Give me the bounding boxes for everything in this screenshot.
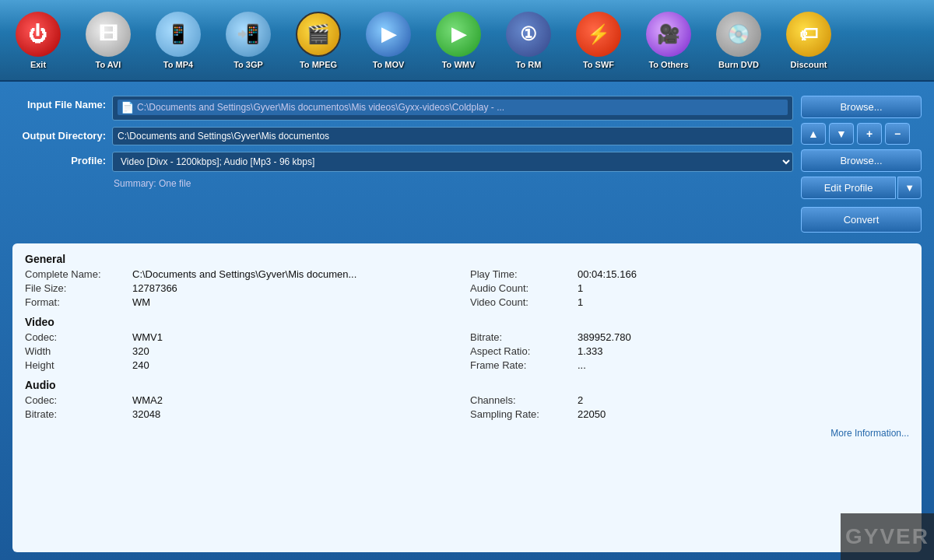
toolbar-btn-to-3gp[interactable]: 📲 To 3GP (213, 2, 283, 79)
discount-icon: 🏷 (786, 12, 831, 57)
mpeg-icon: 🎬 (296, 12, 341, 57)
convert-button[interactable]: Convert (801, 207, 922, 233)
info-key: Width (25, 345, 126, 357)
mp4-icon: 📱 (156, 12, 201, 57)
info-key: Complete Name: (25, 268, 126, 280)
audio-info-grid: Codec:WMA2Channels:2Bitrate:32048Samplin… (25, 394, 909, 420)
info-value: 2 (578, 394, 909, 406)
toolbar-btn-to-swf[interactable]: ⚡ To SWF (564, 2, 634, 79)
toolbar-btn-to-wmv[interactable]: ▶ To WMV (423, 2, 493, 79)
toolbar-btn-to-mov[interactable]: ▶ To MOV (353, 2, 423, 79)
nav-buttons: ▲ ▼ + − (801, 123, 922, 145)
toolbar-btn-label-to-mp4: To MP4 (163, 60, 193, 69)
form-section: Input File Name: 📄 C:\Documents and Sett… (0, 89, 934, 239)
toolbar-btn-to-mp4[interactable]: 📱 To MP4 (143, 2, 213, 79)
rm-icon: ① (506, 12, 551, 57)
info-value: ... (578, 359, 909, 371)
info-key: Bitrate: (470, 331, 571, 343)
info-panel: General Complete Name:C:\Documents and S… (12, 243, 922, 552)
file-item: 📄 C:\Documents and Settings\Gyver\Mis do… (118, 100, 788, 115)
toolbar-btn-burn-dvd[interactable]: 💿 Burn DVD (704, 2, 774, 79)
info-key: File Size: (25, 282, 126, 294)
info-key: Sampling Rate: (470, 408, 571, 420)
info-value: WMA2 (132, 394, 464, 406)
info-value: 320 (132, 345, 464, 357)
toolbar-btn-label-burn-dvd: Burn DVD (718, 60, 759, 69)
info-value: 240 (132, 359, 464, 371)
edit-profile-group: Edit Profile ▼ (801, 177, 922, 199)
video-info-grid: Codec:WMV1Bitrate:389952.780Width320Aspe… (25, 331, 909, 371)
info-key: Height (25, 359, 126, 371)
toolbar-btn-label-to-avi: To AVI (96, 60, 121, 69)
output-dir-input[interactable] (112, 127, 793, 145)
info-value: WMV1 (132, 331, 464, 343)
toolbar-btn-exit[interactable]: ⏻ Exit (3, 2, 73, 79)
audio-section-title: Audio (25, 379, 909, 391)
general-section-title: General (25, 253, 909, 265)
info-value: 32048 (132, 408, 464, 420)
input-file-row: Input File Name: 📄 C:\Documents and Sett… (12, 96, 793, 121)
toolbar: ⏻ Exit 🎞 To AVI 📱 To MP4 📲 To 3GP 🎬 To M… (0, 0, 934, 82)
toolbar-btn-label-to-swf: To SWF (583, 60, 614, 69)
others-icon: 🎥 (646, 12, 691, 57)
profile-select[interactable]: Video [Divx - 1200kbps]; Audio [Mp3 - 96… (112, 152, 793, 172)
form-right: Browse... ▲ ▼ + − Browse... Edit Profile… (801, 96, 922, 233)
browse-button-2[interactable]: Browse... (801, 149, 922, 172)
toolbar-btn-label-to-rm: To RM (516, 60, 542, 69)
info-key: Codec: (25, 394, 126, 406)
file-icon: 📄 (121, 101, 134, 114)
watermark: GYVER (841, 513, 934, 560)
info-key: Bitrate: (25, 408, 126, 420)
toolbar-btn-discount[interactable]: 🏷 Discount (774, 2, 844, 79)
output-dir-label: Output Directory: (12, 127, 106, 142)
input-file-label: Input File Name: (12, 96, 106, 110)
toolbar-btn-label-to-mpeg: To MPEG (300, 60, 337, 69)
info-value: 389952.780 (578, 331, 909, 343)
dvd-icon: 💿 (716, 12, 761, 57)
nav-up-button[interactable]: ▲ (801, 123, 826, 145)
toolbar-btn-label-discount: Discount (790, 60, 827, 69)
toolbar-btn-to-mpeg[interactable]: 🎬 To MPEG (283, 2, 353, 79)
toolbar-btn-label-to-wmv: To WMV (442, 60, 476, 69)
info-value: 1 (578, 282, 909, 294)
info-key: Audio Count: (470, 282, 571, 294)
info-key: Format: (25, 296, 126, 308)
toolbar-btn-label-exit: Exit (30, 60, 46, 69)
browse-button-1[interactable]: Browse... (801, 96, 922, 118)
info-value: WM (132, 296, 464, 308)
video-section-title: Video (25, 316, 909, 328)
more-info-link[interactable]: More Information... (25, 428, 909, 439)
swf-icon: ⚡ (576, 12, 621, 57)
profile-label: Profile: (12, 152, 106, 166)
form-left: Input File Name: 📄 C:\Documents and Sett… (12, 96, 793, 233)
info-value: 22050 (578, 408, 909, 420)
power-icon: ⏻ (16, 12, 61, 57)
info-key: Channels: (470, 394, 571, 406)
info-value: 1 (578, 296, 909, 308)
file-path-text: C:\Documents and Settings\Gyver\Mis docu… (137, 102, 504, 113)
info-value: C:\Documents and Settings\Gyver\Mis docu… (132, 268, 464, 280)
toolbar-btn-to-rm[interactable]: ① To RM (493, 2, 564, 79)
toolbar-btn-label-to-mov: To MOV (373, 60, 405, 69)
wmv-icon: ▶ (436, 12, 481, 57)
profile-row: Profile: Video [Divx - 1200kbps]; Audio … (12, 152, 793, 172)
nav-add-button[interactable]: + (857, 123, 882, 145)
main-area: Input File Name: 📄 C:\Documents and Sett… (0, 82, 934, 560)
3gp-icon: 📲 (226, 12, 271, 57)
summary-text: Summary: One file (12, 178, 793, 189)
avi-icon: 🎞 (86, 12, 131, 57)
output-dir-row: Output Directory: (12, 127, 793, 145)
info-value: 1.333 (578, 345, 909, 357)
toolbar-btn-to-avi[interactable]: 🎞 To AVI (73, 2, 143, 79)
nav-remove-button[interactable]: − (885, 123, 910, 145)
toolbar-btn-to-others[interactable]: 🎥 To Others (634, 2, 704, 79)
file-list-box[interactable]: 📄 C:\Documents and Settings\Gyver\Mis do… (112, 96, 793, 121)
mov-icon: ▶ (366, 12, 411, 57)
info-key: Frame Rate: (470, 359, 571, 371)
general-info-grid: Complete Name:C:\Documents and Settings\… (25, 268, 909, 308)
info-value: 00:04:15.166 (578, 268, 909, 280)
toolbar-btn-label-to-others: To Others (648, 60, 688, 69)
edit-profile-arrow-button[interactable]: ▼ (897, 177, 922, 199)
edit-profile-button[interactable]: Edit Profile (801, 177, 896, 199)
nav-down-button[interactable]: ▼ (829, 123, 854, 145)
